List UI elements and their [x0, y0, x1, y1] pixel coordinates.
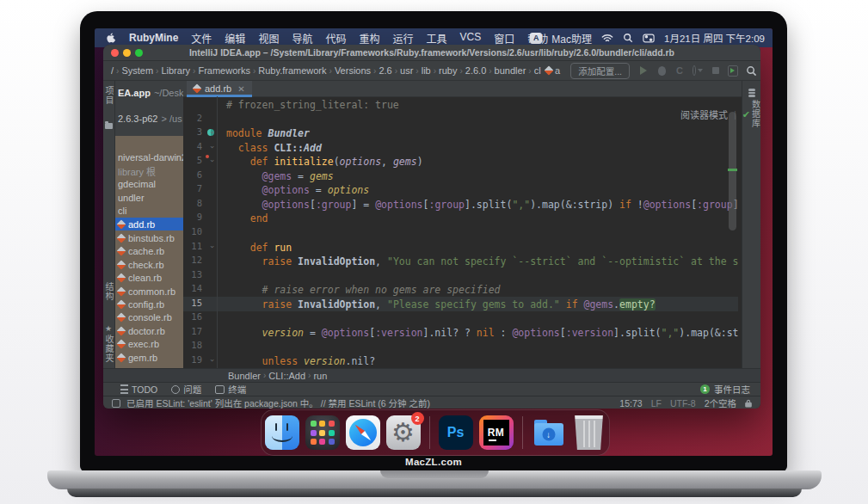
- tree-row-undler[interactable]: undler: [115, 191, 183, 204]
- wifi-icon[interactable]: [601, 34, 613, 43]
- menu-item-8[interactable]: VCS: [459, 31, 481, 46]
- file-encoding[interactable]: UTF-8: [670, 398, 696, 409]
- code-line-13[interactable]: [218, 269, 739, 284]
- nav-current-file[interactable]: a: [555, 65, 560, 76]
- editor-code-area[interactable]: # frozen_string_literal: truemodule Bund…: [217, 96, 739, 368]
- nav-crumb-7[interactable]: usr: [400, 65, 413, 76]
- input-method-icon[interactable]: A: [530, 33, 542, 44]
- fold-marker[interactable]: ›: [208, 244, 217, 249]
- event-log-button[interactable]: 1 事件日志: [700, 383, 750, 396]
- tree-row-library 根[interactable]: library 根: [115, 164, 183, 177]
- tree-row-clean.rb[interactable]: clean.rb: [115, 271, 183, 284]
- nav-crumb-1[interactable]: System: [121, 65, 153, 76]
- code-crumb-Bundler[interactable]: Bundler: [228, 371, 261, 381]
- code-line-15[interactable]: raise InvalidOption, "Please specify gem…: [218, 298, 739, 312]
- status-message-icon[interactable]: [112, 399, 120, 408]
- menu-item-3[interactable]: 导航: [292, 31, 312, 46]
- nav-crumb-5[interactable]: Versions: [335, 65, 371, 76]
- menu-clock[interactable]: 1月21日 周四 下午2:09: [664, 31, 765, 45]
- code-line-14[interactable]: # raise error when no gems are specified: [218, 283, 739, 298]
- tree-row-blank-3[interactable]: [115, 138, 183, 151]
- code-line-12[interactable]: raise InvalidOption, "You can not specif…: [218, 255, 739, 269]
- readonly-lock-icon[interactable]: [745, 399, 752, 408]
- inspections-ok-icon[interactable]: ✔: [742, 109, 750, 120]
- close-tab-icon[interactable]: ✕: [237, 84, 244, 94]
- window-title-bar[interactable]: IntelliJ IDEA.app – /System/Library/Fram…: [103, 45, 760, 61]
- fold-marker[interactable]: ›: [208, 130, 217, 134]
- menu-item-0[interactable]: 文件: [191, 31, 212, 46]
- menu-item-9[interactable]: 窗口: [494, 31, 514, 46]
- nav-crumb-3[interactable]: Frameworks: [198, 65, 250, 76]
- editor-scrollbar[interactable]: [729, 112, 736, 230]
- tree-row-console.rb[interactable]: console.rb: [115, 310, 183, 323]
- control-center-icon[interactable]: [643, 34, 655, 43]
- menu-app-name[interactable]: RubyMine: [129, 32, 178, 44]
- dock-icon-downloads[interactable]: ↓: [532, 415, 566, 450]
- nav-crumb-0[interactable]: /: [111, 65, 114, 76]
- code-crumb-run[interactable]: run: [313, 371, 327, 381]
- nav-crumb-6[interactable]: 2.6: [379, 65, 391, 76]
- reader-mode-label[interactable]: 阅读器模式: [680, 108, 728, 121]
- run-icon[interactable]: [638, 65, 649, 76]
- tree-row-gdecimal[interactable]: gdecimal: [115, 177, 183, 190]
- apple-logo-icon[interactable]: [106, 32, 116, 44]
- fold-marker[interactable]: ›: [208, 144, 217, 149]
- tool-window-project[interactable]: 项目: [103, 86, 114, 105]
- menu-item-1[interactable]: 编辑: [225, 31, 245, 46]
- dock-icon-photoshop[interactable]: Ps: [439, 415, 473, 450]
- menu-item-5[interactable]: 重构: [359, 31, 379, 46]
- tool-window-2[interactable]: 终端: [215, 383, 246, 396]
- tool-window-structure[interactable]: 结构: [103, 282, 114, 301]
- menu-item-7[interactable]: 工具: [426, 31, 446, 46]
- nav-crumb-4[interactable]: Ruby.framework: [258, 65, 326, 76]
- tool-window-1[interactable]: 问题: [171, 383, 201, 396]
- menu-assistant[interactable]: Mac助理: [551, 31, 592, 46]
- zoom-window-button[interactable]: [135, 49, 143, 57]
- tree-row-cli[interactable]: cli: [115, 204, 183, 217]
- run-configuration-button[interactable]: 添加配置...: [570, 63, 630, 79]
- code-line-3[interactable]: module Bundler: [218, 126, 739, 141]
- debug-icon[interactable]: [656, 65, 667, 76]
- tree-row-exec.rb[interactable]: exec.rb: [115, 337, 183, 350]
- menu-item-4[interactable]: 代码: [325, 31, 346, 46]
- nav-crumb-2[interactable]: Library: [161, 65, 190, 76]
- menu-item-2[interactable]: 视图: [258, 31, 279, 46]
- code-line-10[interactable]: [218, 226, 739, 241]
- tree-row-doctor.rb[interactable]: doctor.rb: [115, 324, 183, 337]
- search-everywhere-icon[interactable]: [746, 65, 757, 77]
- code-crumb-CLI::Add[interactable]: CLI::Add: [268, 371, 305, 381]
- close-window-button[interactable]: [111, 49, 119, 57]
- profiler-icon[interactable]: C: [674, 65, 685, 76]
- tree-row-2.6.3-p62[interactable]: 2.6.3-p62 > /us: [115, 112, 183, 125]
- dock-icon-settings[interactable]: ⚙2: [386, 415, 421, 450]
- tree-row-EA.app[interactable]: EA.app ~/Deskt: [115, 86, 183, 99]
- stop-icon[interactable]: [711, 65, 721, 76]
- fold-marker[interactable]: ›: [208, 158, 217, 163]
- nav-crumb-10[interactable]: 2.6.0: [465, 65, 486, 76]
- dock-icon-finder[interactable]: [265, 415, 299, 450]
- tool-window-0[interactable]: TODO: [120, 383, 157, 396]
- line-separator[interactable]: LF: [651, 398, 662, 409]
- caret-position[interactable]: 15:73: [619, 398, 642, 409]
- tree-row-config.rb[interactable]: config.rb: [115, 298, 183, 310]
- tree-row-binstubs.rb[interactable]: binstubs.rb: [115, 231, 183, 244]
- fold-marker[interactable]: ›: [208, 358, 217, 362]
- code-line-5[interactable]: def initialize(options, gems): [218, 155, 739, 169]
- code-line-19[interactable]: unless version.nil?: [218, 354, 739, 368]
- code-line-6[interactable]: @gems = gems: [218, 169, 739, 184]
- code-line-16[interactable]: [218, 311, 739, 326]
- dock-icon-trash[interactable]: [572, 415, 606, 450]
- tree-row-cache.rb[interactable]: cache.rb: [115, 244, 183, 257]
- indent-setting[interactable]: 2个空格: [705, 396, 736, 409]
- nav-crumb-9[interactable]: ruby: [439, 65, 457, 76]
- tab-add-rb[interactable]: add.rb ✕: [187, 81, 252, 96]
- dock-icon-safari[interactable]: [346, 415, 380, 450]
- code-line-11[interactable]: def run: [218, 241, 739, 255]
- dock-icon-launchpad[interactable]: [305, 415, 340, 450]
- dock-icon-rubymine[interactable]: RM: [479, 415, 514, 450]
- minimize-window-button[interactable]: [123, 49, 131, 57]
- nav-crumb-8[interactable]: lib: [422, 65, 431, 76]
- menu-item-6[interactable]: 运行: [392, 31, 413, 46]
- tree-row-gem.rb[interactable]: gem.rb: [115, 351, 183, 364]
- tree-row-blank-2[interactable]: [115, 125, 183, 138]
